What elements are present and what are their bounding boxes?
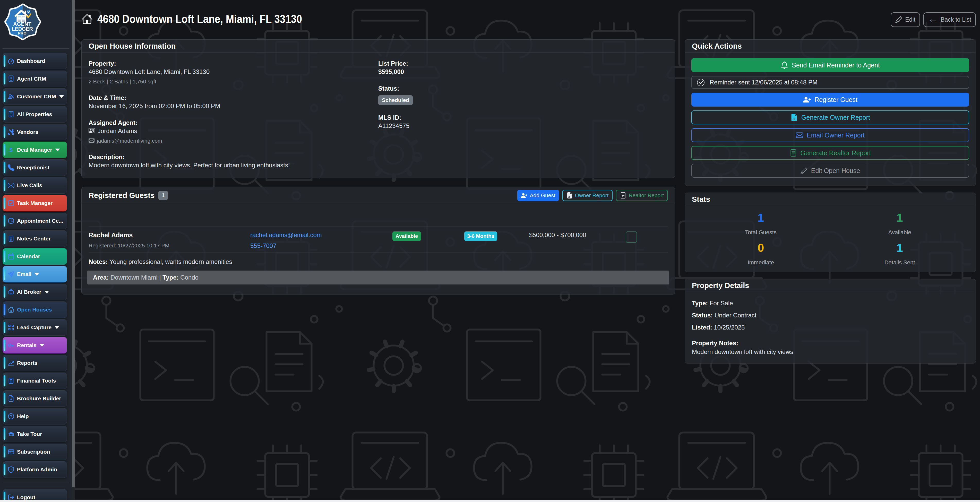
svg-text:?: ? <box>10 414 12 418</box>
svg-text:LEDGER: LEDGER <box>12 26 33 32</box>
svg-text:PRO: PRO <box>18 31 27 35</box>
svg-text:A: A <box>10 398 12 401</box>
svg-text:$: $ <box>10 146 13 153</box>
